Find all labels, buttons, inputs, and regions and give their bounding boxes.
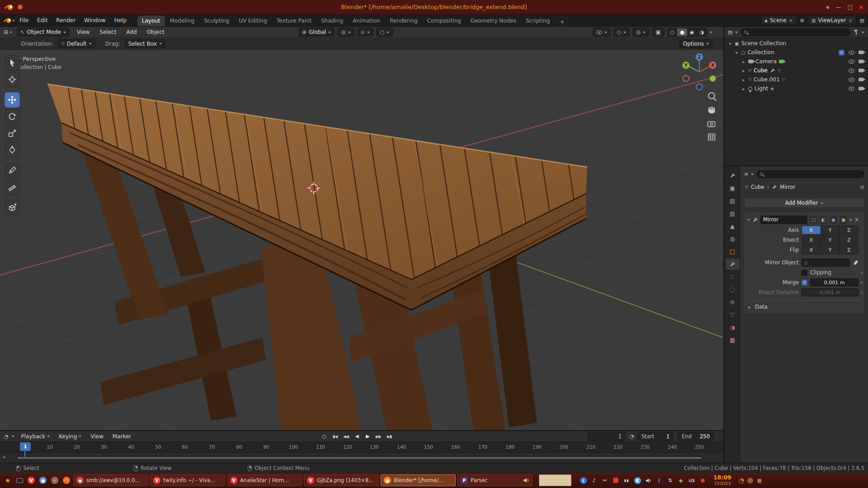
- menu-window[interactable]: Window: [80, 16, 109, 25]
- editor-type-selector[interactable]: ⊞: [4, 29, 12, 35]
- menu-select[interactable]: Select: [97, 28, 119, 36]
- tray-network-icon[interactable]: ⇅: [666, 477, 674, 484]
- axis-z-button[interactable]: Z: [840, 226, 858, 234]
- keyboard-layout-indicator[interactable]: us: [688, 477, 695, 484]
- tray-alert-icon[interactable]: [699, 477, 706, 484]
- close-button[interactable]: ×: [859, 4, 863, 10]
- keying-clock-icon[interactable]: ◔: [629, 433, 634, 440]
- orientation-dropdown[interactable]: ▽Default: [58, 39, 95, 48]
- timeline-ruler[interactable]: 10 20 30 40 50 60 70 80 90 100 110 120 1…: [0, 442, 723, 453]
- drag-dropdown[interactable]: Select Box: [125, 39, 165, 48]
- jump-to-start-button[interactable]: ▮◀: [330, 432, 340, 441]
- tab-render[interactable]: ▣: [726, 183, 740, 194]
- render-visibility-icon[interactable]: [859, 78, 863, 81]
- transform-tool[interactable]: [5, 142, 20, 158]
- scene-selector[interactable]: ▲Scene×: [761, 16, 797, 25]
- solid-shading-icon[interactable]: ●: [677, 28, 687, 36]
- modifier-name-input[interactable]: Mirror: [760, 216, 807, 224]
- options-dropdown[interactable]: Options: [679, 39, 712, 48]
- viewport-3d[interactable]: X Y Z User Perspective (1): [0, 50, 723, 430]
- outliner-row-cube-001[interactable]: ▸ ▽ Cube.001 ▽: [724, 75, 868, 84]
- tab-scene[interactable]: ▲: [726, 221, 740, 232]
- tray-shield-icon[interactable]: ◆: [677, 477, 684, 484]
- outliner-row-collection[interactable]: ▾ ▢ Collection ✓: [724, 48, 868, 57]
- end-frame-field[interactable]: End250: [678, 432, 714, 441]
- tray-kde-icon[interactable]: K: [634, 477, 641, 484]
- menu-render[interactable]: Render: [52, 16, 80, 25]
- wireframe-shading-icon[interactable]: ○: [668, 28, 678, 36]
- gizmo-minus-y-ball[interactable]: [710, 75, 716, 81]
- tray-volume-icon[interactable]: [645, 477, 652, 484]
- disclosure-icon[interactable]: ▾: [728, 41, 732, 46]
- shading-mode-switch[interactable]: ○ ● ◉ ◑: [667, 28, 707, 37]
- menu-add[interactable]: Add: [123, 28, 139, 36]
- tab-rendering[interactable]: Rendering: [385, 16, 422, 26]
- tab-geometry-nodes[interactable]: Geometry Nodes: [466, 16, 521, 26]
- eyedropper-icon[interactable]: [853, 260, 859, 266]
- mirror-object-field[interactable]: ▢: [802, 258, 850, 267]
- taskbar-window-smb[interactable]: ◆smb://awv@10.0.0...: [73, 474, 148, 486]
- overlays-dropdown[interactable]: ◎: [632, 28, 649, 37]
- render-visibility-icon[interactable]: [859, 60, 863, 63]
- tab-view-layer[interactable]: ▥: [726, 208, 740, 219]
- disclosure-icon[interactable]: ▸: [741, 77, 746, 82]
- cursor-tool[interactable]: [5, 72, 20, 87]
- rotate-tool[interactable]: [5, 109, 20, 124]
- tray-bluetooth-icon[interactable]: ᛒ: [656, 477, 663, 484]
- viewport-canvas[interactable]: X Y Z: [0, 50, 723, 430]
- tray-recording-icon[interactable]: [612, 477, 619, 484]
- keep-above-icon[interactable]: ◆: [826, 5, 830, 9]
- tab-scripting[interactable]: Scripting: [521, 16, 554, 26]
- pan-hand-icon[interactable]: [708, 107, 715, 113]
- menu-keying[interactable]: Keying: [56, 432, 84, 441]
- panel-collapse-icon[interactable]: [747, 219, 750, 222]
- disclosure-icon[interactable]: ▸: [741, 59, 746, 64]
- current-frame-field[interactable]: 1: [588, 432, 626, 441]
- breadcrumb-object[interactable]: Cube: [751, 184, 764, 190]
- tab-texture[interactable]: ▦: [726, 334, 740, 346]
- taskbar-window-blender[interactable]: ◕Blender* [/home/...: [381, 474, 456, 486]
- flip-x-button[interactable]: X: [802, 246, 821, 254]
- filter-chevron-icon[interactable]: [862, 32, 864, 35]
- bisect-y-button[interactable]: Y: [821, 236, 840, 244]
- bisect-z-button[interactable]: Z: [840, 236, 858, 244]
- new-viewlayer-icon[interactable]: ▤: [860, 18, 864, 23]
- collection-exclude-checkbox[interactable]: ✓: [839, 50, 844, 56]
- auto-keying-toggle[interactable]: ○: [319, 432, 329, 441]
- menu-view-timeline[interactable]: View: [88, 432, 106, 441]
- tab-object-data[interactable]: ▽: [726, 309, 740, 320]
- flip-y-button[interactable]: Y: [821, 246, 840, 254]
- tab-tool[interactable]: [726, 170, 740, 181]
- merge-value-field[interactable]: 0.001 m: [810, 278, 859, 286]
- render-visibility-icon[interactable]: [859, 51, 863, 54]
- eye-icon[interactable]: [849, 78, 854, 82]
- eye-icon[interactable]: [849, 69, 854, 73]
- outliner-editor-icon[interactable]: ▤: [728, 29, 732, 35]
- window-titlebar[interactable]: Blender* [/home/amalie/Desktop/blender/b…: [0, 0, 868, 14]
- start-frame-field[interactable]: Start1: [637, 432, 674, 441]
- tab-texture-paint[interactable]: Texture Paint: [272, 16, 316, 26]
- tab-sculpting[interactable]: Sculpting: [199, 16, 234, 26]
- region-expand-icon[interactable]: »: [3, 454, 6, 460]
- chevron-down-icon[interactable]: [751, 174, 754, 177]
- menu-file[interactable]: File: [15, 16, 33, 25]
- new-scene-icon[interactable]: ⊞: [800, 18, 804, 23]
- minimize-button[interactable]: —: [836, 4, 841, 10]
- eye-icon[interactable]: [849, 60, 854, 64]
- play-reverse-button[interactable]: ◀: [352, 432, 362, 441]
- object-visibility-dropdown[interactable]: [593, 28, 611, 37]
- previous-keyframe-button[interactable]: ◀◀: [341, 432, 351, 441]
- animate-dot-icon[interactable]: [861, 272, 863, 274]
- edit-mode-toggle[interactable]: ◧: [820, 216, 827, 224]
- tab-compositing[interactable]: Compositing: [422, 16, 465, 26]
- mode-dropdown[interactable]: ↖Object Mode: [17, 28, 70, 37]
- clock[interactable]: 18:09 12/2/23: [713, 474, 731, 486]
- pin-icon[interactable]: ⊙: [860, 184, 864, 190]
- measure-tool[interactable]: [5, 179, 20, 195]
- disclosure-icon[interactable]: ▸: [741, 68, 746, 73]
- annotate-tool[interactable]: [5, 163, 20, 178]
- launcher-firefox-icon[interactable]: ◠: [61, 475, 71, 485]
- clipping-checkbox[interactable]: [802, 270, 807, 276]
- animate-dot-icon[interactable]: [861, 282, 863, 284]
- tab-shading[interactable]: Shading: [316, 16, 348, 26]
